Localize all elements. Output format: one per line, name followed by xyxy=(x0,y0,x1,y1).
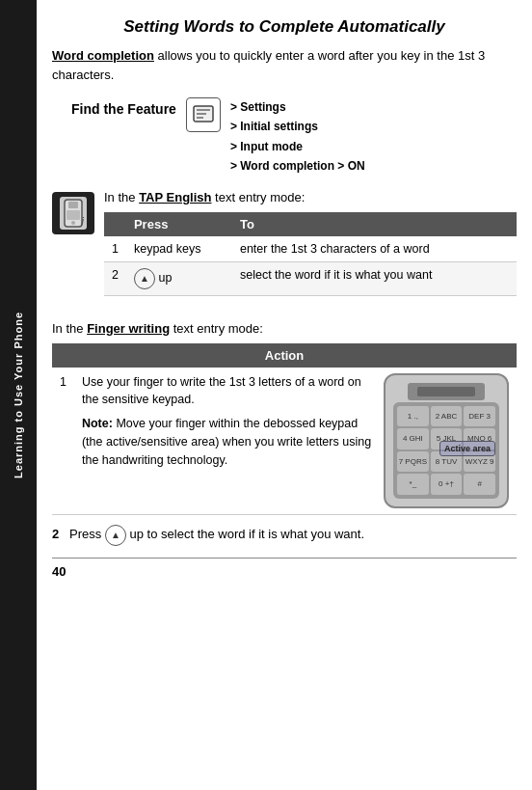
info-icon-inner: i xyxy=(60,197,87,230)
row2-num: 2 xyxy=(52,527,59,541)
tap-section: i In the TAP English text entry mode: Pr… xyxy=(52,190,517,312)
finger-writing-highlight: Finger writing xyxy=(87,321,170,336)
table-row: 1 keypad keys enter the 1st 3 characters… xyxy=(104,236,517,262)
find-feature-label: Find the Feature xyxy=(71,101,176,117)
phone-key: # xyxy=(464,474,495,495)
svg-rect-5 xyxy=(68,202,78,208)
find-feature-box: Find the Feature > Settings > Initial se… xyxy=(52,97,517,177)
step-2: > Initial settings xyxy=(230,117,365,136)
action-table: Action 1 Use your finger to write the 1s… xyxy=(52,343,517,515)
phone-key: 0 +† xyxy=(431,474,463,495)
action-header: Action xyxy=(52,343,517,368)
action-main-text: Use your finger to write the 1st 3 lette… xyxy=(82,373,376,410)
nav-up-icon-2: ▲ xyxy=(105,525,126,546)
tap-english-highlight: TAP English xyxy=(139,190,211,204)
finger-intro-after: text entry mode: xyxy=(170,321,263,336)
phone-image: 1 .,2 ABCDEF 34 GHI5 JKLMNO 67 PQRS8 TUV… xyxy=(384,373,509,508)
feature-steps: > Settings > Initial settings > Input mo… xyxy=(230,97,365,177)
step-3: > Input mode xyxy=(230,137,365,156)
col-to: To xyxy=(232,212,517,236)
info-icon-box: i xyxy=(52,192,94,234)
tap-english-intro: In the TAP English text entry mode: xyxy=(104,190,517,204)
col-press: Press xyxy=(126,212,232,236)
action-row1-num: 1 xyxy=(52,368,74,515)
finger-intro-before: In the xyxy=(52,321,87,336)
press-table: Press To 1 keypad keys enter the 1st 3 c… xyxy=(104,212,517,296)
phone-key: 7 PQRS xyxy=(397,451,429,473)
row2-before: Press xyxy=(69,527,105,541)
col-empty xyxy=(104,212,126,236)
svg-rect-2 xyxy=(197,113,206,115)
nav-up-icon: ▲ xyxy=(134,268,155,289)
tap-intro-before: In the xyxy=(104,190,139,204)
row1-press: keypad keys xyxy=(126,236,232,262)
up-label: up xyxy=(158,271,172,285)
svg-point-6 xyxy=(71,221,75,225)
intro-paragraph: Word completion allows you to quickly en… xyxy=(52,46,517,84)
phone-key: 2 ABC xyxy=(431,406,463,427)
phone-screen-top xyxy=(408,383,485,400)
note-label: Note: xyxy=(82,417,113,430)
note-text: Move your finger within the debossed key… xyxy=(82,417,371,467)
page-number-area: 40 xyxy=(52,564,517,579)
row2-num: 2 xyxy=(104,261,126,295)
action-row-1: 1 Use your finger to write the 1st 3 let… xyxy=(52,368,517,515)
phone-body: 1 .,2 ABCDEF 34 GHI5 JKLMNO 67 PQRS8 TUV… xyxy=(393,402,499,499)
tap-section-content: In the TAP English text entry mode: Pres… xyxy=(104,190,517,312)
screen-bar xyxy=(417,387,475,396)
active-area-label: Active area xyxy=(439,441,495,456)
row2-after: up to select the word if it is what you … xyxy=(130,527,365,541)
row1-num: 1 xyxy=(104,236,126,262)
page-title: Setting Words to Complete Automatically xyxy=(52,17,517,37)
sidebar-label: Learning to Use Your Phone xyxy=(13,312,24,478)
svg-rect-7 xyxy=(66,210,80,220)
action-note: Note: Move your finger within the deboss… xyxy=(82,415,376,469)
action-row1-content: Use your finger to write the 1st 3 lette… xyxy=(74,368,517,515)
row2-press: ▲ up xyxy=(126,261,232,295)
phone-key: DEF 3 xyxy=(464,406,495,427)
row2-section: 2 Press ▲ up to select the word if it is… xyxy=(52,525,517,546)
action-text: Use your finger to write the 1st 3 lette… xyxy=(82,373,376,470)
sidebar: Learning to Use Your Phone xyxy=(0,0,37,790)
row2-to: select the word if it is what you want xyxy=(232,261,517,295)
feature-icon xyxy=(186,97,221,132)
tap-intro-after: text entry mode: xyxy=(212,190,306,204)
step-4: > Word completion > ON xyxy=(230,156,365,176)
svg-rect-3 xyxy=(197,117,203,119)
finger-writing-intro: In the Finger writing text entry mode: xyxy=(52,321,517,336)
phone-top xyxy=(386,383,507,400)
step-1: > Settings xyxy=(230,97,365,117)
word-completion-term: Word completion xyxy=(52,48,154,63)
row1-to: enter the 1st 3 characters of a word xyxy=(232,236,517,262)
action-content-wrapper: Use your finger to write the 1st 3 lette… xyxy=(82,373,509,508)
phone-key: *_ xyxy=(397,474,429,495)
bottom-divider xyxy=(52,558,517,558)
phone-key: 4 GHI xyxy=(397,428,429,449)
phone-key: 1 ., xyxy=(397,406,429,427)
main-content: Setting Words to Complete Automatically … xyxy=(37,0,532,790)
table-row: 2 ▲ up select the word if it is what you… xyxy=(104,261,517,295)
svg-rect-1 xyxy=(197,109,210,111)
page-number: 40 xyxy=(52,564,66,579)
